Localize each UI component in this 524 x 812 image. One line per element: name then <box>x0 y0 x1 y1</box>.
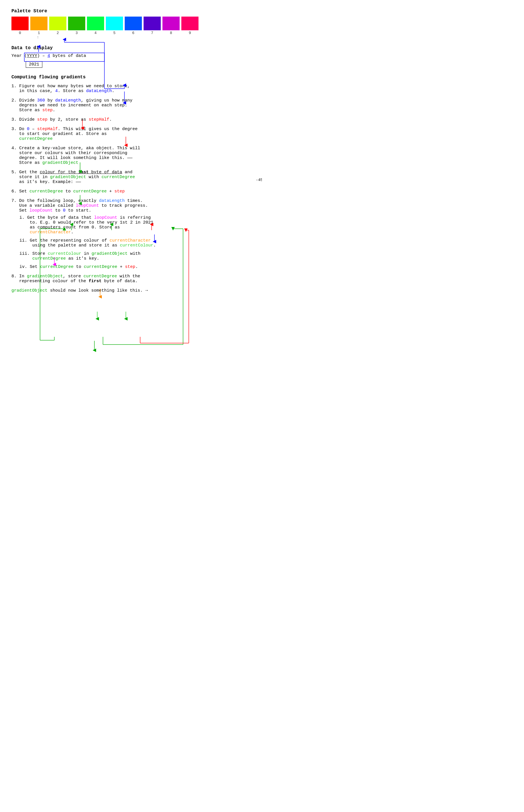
step-3b-zero: 0 <box>27 126 30 132</box>
step-6-step: step <box>114 189 125 194</box>
sub-i-label: i. Get the byte of data that <box>19 215 94 220</box>
palette-swatch-2 <box>49 17 66 30</box>
data-section: Data to display Year (YYYY) – 4 bytes of… <box>12 46 250 68</box>
sub-ii-label: ii. Get the representing colour of <box>19 238 110 243</box>
palette-label-3: 3 <box>76 31 78 35</box>
sub-iv-plus: + <box>117 265 125 269</box>
year-value-box: 2021 <box>26 61 42 68</box>
sub-step-i: i. Get the byte of data that loopCount i… <box>19 215 250 235</box>
step-3b-minus: – <box>30 126 37 132</box>
sub-iv-dot: . <box>135 265 138 269</box>
step-5-with: with <box>86 175 101 180</box>
step-6-pre: 6. Set <box>12 189 30 194</box>
sub-iv-step: step <box>125 265 135 269</box>
step-9-gradobj: gradientObject <box>12 288 48 293</box>
step-3a-stephalf: stepHalf <box>89 117 109 122</box>
palette-swatch-7 <box>144 17 161 30</box>
computing-section: Computing flowing gradients 1. Figure ou… <box>12 74 250 293</box>
palette-swatch-8 <box>162 17 180 30</box>
step-5-key: as it's key. Example: —— <box>12 180 81 184</box>
step-7-pre: 7. Do the following loop, exactly <box>12 199 99 203</box>
step-2: 2. Divide 360 by dataLength, giving us h… <box>12 98 250 113</box>
palette-item-9: 9 <box>181 17 198 35</box>
palette-item-1: 1 <box>30 17 48 35</box>
palette-label-1: 1 <box>38 31 40 35</box>
step-2-pre: 2. Divide <box>12 98 37 103</box>
sub-ii-cc: currentCharacter <box>110 238 151 243</box>
palette-item-6: 6 <box>125 17 142 35</box>
step-3a-step: step <box>37 117 48 122</box>
palette-swatch-1 <box>30 17 48 30</box>
sub-iii-curdeg: currentDegree <box>32 256 66 261</box>
step-2-360: 360 <box>37 98 45 103</box>
sub-step-iii: iii. Store currentColour in gradientObje… <box>19 251 250 261</box>
step-3a: 3. Divide step by 2, store as stepHalf. <box>12 117 250 122</box>
sub-ii-curcolour: currentColour <box>120 243 153 248</box>
step-1-num-val: 4 <box>55 89 58 94</box>
step-1-datalength: dataLength <box>86 89 112 94</box>
step-5-last: last <box>78 170 89 175</box>
step-8-store: , store <box>63 274 83 279</box>
step-3b-curdeg: currentDegree <box>19 136 53 141</box>
step-2-step: step <box>42 108 53 113</box>
palette-swatch-6 <box>125 17 142 30</box>
step-6-plus: + <box>107 189 114 194</box>
palette-label-0: 0 <box>19 31 21 35</box>
step-6-curdeg: currentDegree <box>30 189 63 194</box>
palette-row: 0123456789 <box>12 17 250 35</box>
step-3b-pre: 3. Do <box>12 126 27 132</box>
step-2-dl: dataLength <box>55 98 81 103</box>
palette-title: Palette Store <box>12 9 250 14</box>
palette-swatch-4 <box>87 17 104 30</box>
step-5-underline: colour for the <box>40 170 78 175</box>
year-value: 2021 <box>29 62 39 67</box>
sub-step-iv: iv. Set currentDegree to currentDegree +… <box>19 265 250 269</box>
step-7-loopcount: loopCount <box>76 203 99 208</box>
step-6-to: to <box>63 189 73 194</box>
step-7: 7. Do the following loop, exactly dataLe… <box>12 199 250 213</box>
step-9: gradientObject should now look something… <box>12 288 250 293</box>
sub-iii-gradobj: gradientObject <box>92 251 128 256</box>
data-title: Data to display <box>12 46 250 51</box>
sub-ii-mid: using the palette and store it as <box>19 243 120 248</box>
bytes-suffix: bytes of data <box>50 53 86 58</box>
yyyy-label: YYYY <box>27 53 37 58</box>
step-3b-stephalf: stepHalf <box>37 126 58 132</box>
step-7-lc2: loopCount <box>30 208 53 213</box>
palette-label-7: 7 <box>151 31 153 35</box>
palette-item-0: 0 <box>12 17 29 35</box>
step-7-to: to <box>53 208 63 213</box>
palette-label-8: 8 <box>170 31 172 35</box>
step-3a-dot: . <box>109 117 112 122</box>
step-1: 1. Figure out how many bytes we need to … <box>12 84 250 94</box>
step-2-by: by <box>45 98 55 103</box>
step-4: 4. Create a key-value store, aka object.… <box>12 146 250 165</box>
palette-label-2: 2 <box>56 31 59 35</box>
step-8: 8. In gradientObject, store currentDegre… <box>12 274 250 284</box>
sub-step-ii: ii. Get the representing colour of curre… <box>19 238 250 248</box>
sub-steps: i. Get the byte of data that loopCount i… <box>19 215 250 269</box>
step-7-zero: 0 <box>63 208 65 213</box>
step-6: 6. Set currentDegree to currentDegree + … <box>12 189 250 194</box>
palette-label-4: 4 <box>94 31 97 35</box>
sub-iii-key: as it's key. <box>66 256 99 261</box>
sub-iv-to: to <box>73 265 84 269</box>
sub-iv-label: iv. Set <box>19 265 40 269</box>
palette-label-6: 6 <box>132 31 134 35</box>
palette-label-9: 9 <box>189 31 191 35</box>
palette-item-2: 2 <box>49 17 66 35</box>
step-5-pre: 5. Get the <box>12 170 40 175</box>
sub-iii-mid: in <box>81 251 92 256</box>
step-8-byte: byte of data. <box>101 279 137 284</box>
sub-i-dot: . <box>71 230 73 235</box>
sub-ii-dot: . <box>153 243 156 248</box>
palette-label-5: 5 <box>113 31 116 35</box>
palette-swatch-3 <box>68 17 85 30</box>
step-8-curdeg: currentDegree <box>83 274 117 279</box>
palette-swatch-5 <box>106 17 123 30</box>
palette-section: Palette Store 0123456789 ↑ <box>12 9 250 40</box>
step-3a-pre: 3. Divide <box>12 117 37 122</box>
palette-item-3: 3 <box>68 17 85 35</box>
palette-swatch-9 <box>181 17 198 30</box>
palette-item-7: 7 <box>144 17 161 35</box>
